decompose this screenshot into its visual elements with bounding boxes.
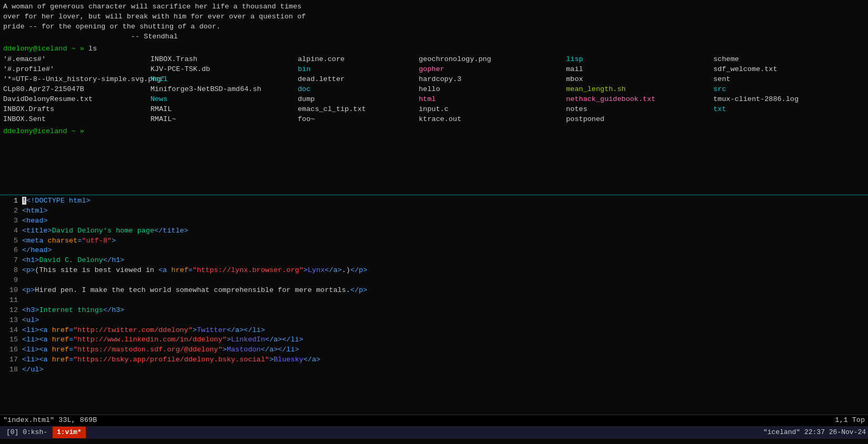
list-item: foo~ bbox=[298, 115, 419, 125]
prompt-ls: ddelony@iceland ~ » ls bbox=[3, 44, 865, 54]
list-item: html bbox=[419, 95, 566, 105]
vim-line-6: 6 </head> bbox=[0, 246, 868, 256]
list-item: INBOX.Sent bbox=[3, 115, 150, 125]
vim-line-13: 13 <ul> bbox=[0, 316, 868, 326]
vim-content: </head> bbox=[22, 246, 52, 256]
prompt-2: ddelony@iceland ~ » bbox=[3, 127, 865, 137]
tmux-left: [0] 0:ksh- 1:vim* bbox=[2, 427, 86, 438]
line-number: 17 bbox=[3, 355, 18, 365]
list-item: mbox bbox=[566, 75, 713, 85]
vim-pane[interactable]: 1 !<!DOCTYPE html> 2 <html> 3 <head> 4 <… bbox=[0, 195, 868, 415]
tmux-window-1[interactable]: 1:vim* bbox=[53, 427, 86, 438]
ls-command: ls bbox=[88, 45, 97, 53]
list-item: dump bbox=[298, 95, 419, 105]
quote: A woman of generous character will sacri… bbox=[3, 2, 865, 42]
vim-content: <li><a href="http://www.linkedin.com/in/… bbox=[22, 335, 304, 345]
line-number: 18 bbox=[3, 365, 18, 375]
list-item: ktrace.out bbox=[419, 115, 566, 125]
line-number: 2 bbox=[3, 206, 18, 216]
vim-line-15: 15 <li><a href="http://www.linkedin.com/… bbox=[0, 335, 868, 345]
tmux-bar[interactable]: [0] 0:ksh- 1:vim* "iceland" 22:37 26-Nov… bbox=[0, 426, 868, 439]
list-item: input.c bbox=[419, 105, 566, 115]
line-number: 10 bbox=[3, 286, 18, 296]
quote-text: A woman of generous character will sacri… bbox=[3, 3, 306, 41]
line-number: 12 bbox=[3, 306, 18, 316]
list-item: mean_length.sh bbox=[566, 85, 713, 95]
vim-content: <p>Hired pen. I make the tech world some… bbox=[22, 286, 367, 296]
line-number: 5 bbox=[3, 236, 18, 246]
statusline-right: 1,1 Top bbox=[835, 416, 865, 426]
line-number: 13 bbox=[3, 316, 18, 326]
ls-col-3: geochronology.png gopher hardcopy.3 hell… bbox=[419, 55, 566, 124]
list-item: bin bbox=[298, 65, 419, 75]
list-item: '*=UTF-8--Unix_history-simple.svg.png' bbox=[3, 75, 150, 85]
list-item: doc bbox=[298, 85, 419, 95]
list-item: geochronology.png bbox=[419, 55, 566, 65]
top-pane: A woman of generous character will sacri… bbox=[0, 0, 868, 195]
ls-output: '#.emacs#' '#.profile#' '*=UTF-8--Unix_h… bbox=[3, 55, 865, 124]
list-item: sdf_welcome.txt bbox=[713, 65, 861, 75]
list-item: Mail bbox=[150, 75, 298, 85]
list-item: tmux-client-2886.log bbox=[713, 95, 861, 105]
vim-line-14: 14 <li><a href="http://twitter.com/ddelo… bbox=[0, 326, 868, 336]
tmux-window-0[interactable]: [0] 0:ksh- bbox=[2, 427, 52, 438]
list-item: alpine.core bbox=[298, 55, 419, 65]
line-number: 15 bbox=[3, 335, 18, 345]
list-item: INBOX.Trash bbox=[150, 55, 298, 65]
list-item: hardcopy.3 bbox=[419, 75, 566, 85]
line-number: 4 bbox=[3, 226, 18, 236]
vim-line-4: 4 <title>David Delony's home page</title… bbox=[0, 226, 868, 236]
vim-line-5: 5 <meta charset="utf-8"> bbox=[0, 236, 868, 246]
vim-line-9: 9 bbox=[0, 276, 868, 286]
vim-line-2: 2 <html> bbox=[0, 206, 868, 216]
vim-line-1: 1 !<!DOCTYPE html> bbox=[0, 196, 868, 206]
list-item: gopher bbox=[419, 65, 566, 75]
list-item: postponed bbox=[566, 115, 713, 125]
line-number: 14 bbox=[3, 326, 18, 336]
list-item: RMAIL~ bbox=[150, 115, 298, 125]
vim-line-18: 18 </ul> bbox=[0, 365, 868, 375]
ls-col-4: lisp mail mbox mean_length.sh nethack_gu… bbox=[566, 55, 713, 124]
list-item: DavidDelonyResume.txt bbox=[3, 95, 150, 105]
list-item: hello bbox=[419, 85, 566, 95]
vim-content: <html> bbox=[22, 206, 48, 216]
vim-content: <li><a href="https://mastodon.sdf.org/@d… bbox=[22, 345, 299, 355]
list-item: '#.emacs#' bbox=[3, 55, 150, 65]
ls-col-5: scheme sdf_welcome.txt sent src tmux-cli… bbox=[713, 55, 861, 124]
list-item: src bbox=[713, 85, 861, 95]
line-number: 8 bbox=[3, 266, 18, 276]
vim-content: <ul> bbox=[22, 316, 39, 326]
ls-col-2: alpine.core bin dead.letter doc dump ema… bbox=[298, 55, 419, 124]
list-item: scheme bbox=[713, 55, 861, 65]
vim-line-3: 3 <head> bbox=[0, 216, 868, 226]
statusline-left: "index.html" 33L, 869B bbox=[3, 416, 97, 426]
list-item-news: News bbox=[150, 95, 298, 105]
list-item: '#.profile#' bbox=[3, 65, 150, 75]
vim-content: !<!DOCTYPE html> bbox=[22, 196, 90, 206]
tmux-hostname-time: "iceland" 22:37 26-Nov-24 bbox=[763, 428, 866, 436]
vim-line-7: 7 <h1>David C. Delony</h1> bbox=[0, 256, 868, 266]
vim-content: <meta charset="utf-8"> bbox=[22, 236, 116, 246]
list-item: lisp bbox=[566, 55, 713, 65]
list-item: txt bbox=[713, 105, 861, 115]
vim-line-11: 11 bbox=[0, 296, 868, 306]
list-item: INBOX.Drafts bbox=[3, 105, 150, 115]
line-number: 6 bbox=[3, 246, 18, 256]
prompt-green-1: ddelony@iceland ~ » bbox=[3, 45, 84, 53]
vim-line-16: 16 <li><a href="https://mastodon.sdf.org… bbox=[0, 345, 868, 355]
line-number: 11 bbox=[3, 296, 18, 306]
vim-content: <li><a href="http://twitter.com/ddelony"… bbox=[22, 326, 265, 336]
list-item: notes bbox=[566, 105, 713, 115]
vim-line-8: 8 <p>(This site is best viewed in <a hre… bbox=[0, 266, 868, 276]
line-number: 1 bbox=[3, 196, 18, 206]
line-number: 9 bbox=[3, 276, 18, 286]
ls-col-0: '#.emacs#' '#.profile#' '*=UTF-8--Unix_h… bbox=[3, 55, 150, 124]
list-item: Miniforge3-NetBSD-amd64.sh bbox=[150, 85, 298, 95]
vim-content: </ul> bbox=[22, 365, 44, 375]
vim-line-17: 17 <li><a href="https://bsky.app/profile… bbox=[0, 355, 868, 365]
tmux-right: "iceland" 22:37 26-Nov-24 bbox=[763, 428, 866, 437]
vim-content: <title>David Delony's home page</title> bbox=[22, 226, 188, 236]
vim-content: <li><a href="https://bsky.app/profile/dd… bbox=[22, 355, 320, 365]
prompt-green-2: ddelony@iceland ~ » bbox=[3, 127, 84, 135]
list-item: nethack_guidebook.txt bbox=[566, 95, 713, 105]
